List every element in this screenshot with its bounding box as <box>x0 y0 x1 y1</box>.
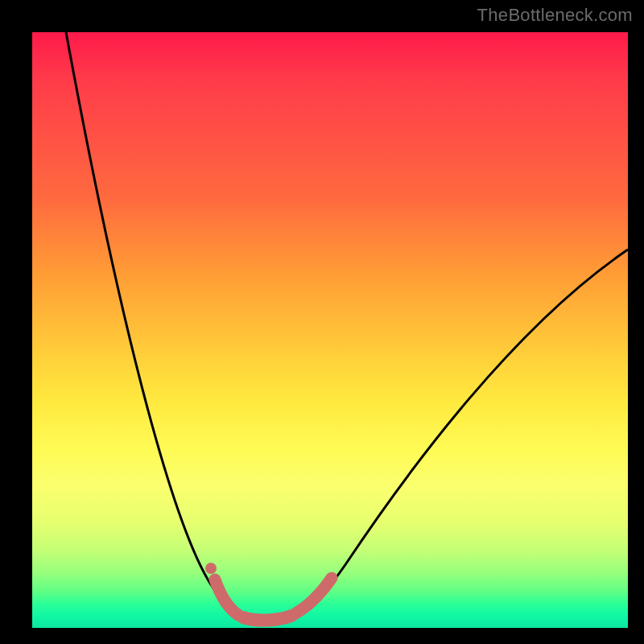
bottleneck-curve <box>66 32 628 620</box>
right-rise-marker <box>295 578 332 613</box>
chart-frame: TheBottleneck.com <box>0 0 644 644</box>
watermark-text: TheBottleneck.com <box>477 5 633 26</box>
valley-marker <box>243 616 291 621</box>
left-dip-marker <box>215 580 238 615</box>
plot-area <box>32 32 628 628</box>
accent-dot <box>205 563 217 574</box>
chart-svg <box>32 32 628 628</box>
